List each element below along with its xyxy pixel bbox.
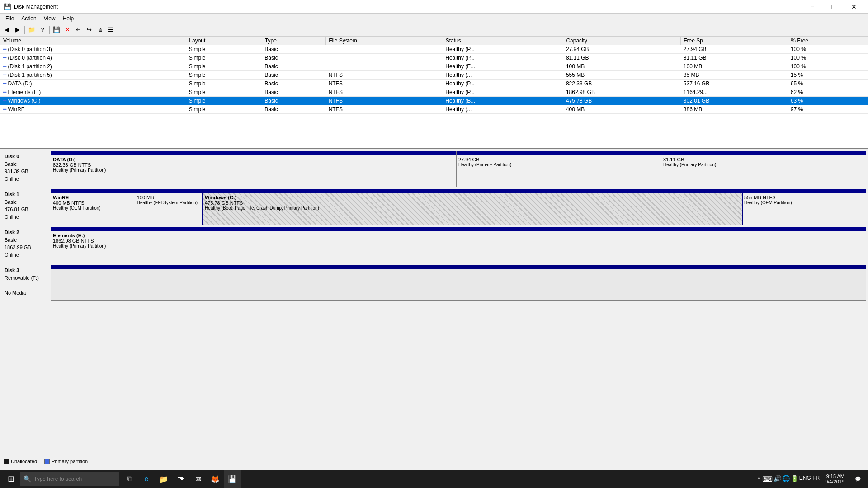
partition-name: WinRE	[53, 195, 133, 200]
disk-partition[interactable]: Elements (E:)1862.98 GB NTFSHealthy (Pri…	[51, 227, 866, 263]
disk-partition[interactable]: DATA (D:)822.33 GB NTFSHealthy (Primary …	[51, 151, 457, 187]
disk-label: Disk 1Basic476.81 GBOnline	[2, 189, 51, 225]
clock-date: 9/4/2019	[825, 479, 844, 484]
toolbar-save[interactable]: 💾	[52, 25, 61, 35]
taskbar-right: ▲ ⌨ 🔊 🌐 🔋 ENG FR 9:15 AM 9/4/2019 💬	[757, 470, 866, 488]
disk-partition[interactable]: 27.94 GBHealthy (Primary Partition)	[457, 151, 661, 187]
disk-row: Disk 0Basic931.39 GBOnlineDATA (D:)822.3…	[2, 151, 866, 187]
taskbar-clock[interactable]: 9:15 AM 9/4/2019	[821, 474, 848, 484]
toolbar-help[interactable]: ?	[38, 25, 47, 35]
partition-status: Healthy (Primary Partition)	[53, 244, 864, 249]
store-icon[interactable]: 🛍	[173, 470, 189, 488]
col-pct[interactable]: % Free	[788, 37, 868, 45]
toolbar-list-view[interactable]: ☰	[106, 25, 116, 35]
col-status[interactable]: Status	[443, 37, 563, 45]
toolbar-x[interactable]: ✕	[62, 25, 72, 35]
toolbar-back[interactable]: ◀	[2, 25, 12, 35]
menu-view[interactable]: View	[40, 14, 59, 23]
partition-status: Healthy (Primary Partition)	[663, 162, 864, 167]
maximize-button[interactable]: □	[823, 0, 844, 14]
toolbar: ◀ ▶ 📁 ? 💾 ✕ ↩ ↪ 🖥 ☰	[0, 23, 868, 36]
diskmgmt-icon[interactable]: 💾	[224, 470, 241, 488]
disk-partition[interactable]: Windows (C:)475.78 GB NTFSHealthy (Boot,…	[203, 189, 742, 225]
toolbar-disk-view[interactable]: 🖥	[95, 25, 105, 35]
legend-unalloc-label: Unallocated	[11, 459, 37, 464]
partition-status: Healthy (Primary Partition)	[458, 162, 659, 167]
toolbar-undo[interactable]: ↩	[73, 25, 83, 35]
taskbar: ⊞ 🔍 Type here to search ⧉ e 📁 🛍 ✉ 🦊 💾 ▲ …	[0, 470, 868, 488]
volume-table: Volume Layout Type File System Status Ca…	[0, 36, 868, 114]
legend-primary: Primary partition	[44, 459, 88, 464]
notification-button[interactable]: 💬	[850, 470, 866, 488]
legend: Unallocated Primary partition	[0, 452, 868, 470]
disk-partition[interactable]: 555 MB NTFSHealthy (OEM Partition)	[742, 189, 866, 225]
menu-action[interactable]: Action	[18, 14, 40, 23]
partition-size: 100 MB	[137, 195, 201, 200]
disk-row: Disk 1Basic476.81 GBOnlineWinRE400 MB NT…	[2, 189, 866, 225]
taskbar-search[interactable]: 🔍 Type here to search	[20, 472, 119, 486]
toolbar-forward[interactable]: ▶	[13, 25, 23, 35]
partition-status: Healthy (OEM Partition)	[53, 206, 133, 211]
table-row[interactable]: ━DATA (D:)SimpleBasicNTFSHealthy (P...82…	[0, 80, 868, 88]
toolbar-redo[interactable]: ↪	[84, 25, 94, 35]
partition-size: 400 MB NTFS	[53, 200, 133, 206]
app-title: Disk Management	[14, 4, 58, 10]
legend-primary-label: Primary partition	[52, 459, 88, 464]
minimize-button[interactable]: −	[802, 0, 823, 14]
table-row[interactable]: ━WinRESimpleBasicNTFSHealthy (...400 MB3…	[0, 105, 868, 114]
disk-partition[interactable]: WinRE400 MB NTFSHealthy (OEM Partition)	[51, 189, 135, 225]
menu-file[interactable]: File	[2, 14, 18, 23]
partition-size: 1862.98 GB NTFS	[53, 238, 864, 244]
partition-size: 27.94 GB	[458, 157, 659, 162]
disk-partition[interactable]: 100 MBHealthy (EFI System Partition)	[135, 189, 203, 225]
legend-unalloc-box	[4, 459, 9, 464]
mail-icon[interactable]: ✉	[190, 470, 206, 488]
disk-partitions: DATA (D:)822.33 GB NTFSHealthy (Primary …	[51, 151, 866, 187]
table-row[interactable]: ━(Disk 0 partition 3)SimpleBasicHealthy …	[0, 45, 868, 54]
disk-partitions: Elements (E:)1862.98 GB NTFSHealthy (Pri…	[51, 227, 866, 263]
col-type[interactable]: Type	[262, 37, 326, 45]
title-bar-controls: − □ ✕	[802, 0, 864, 14]
explorer-icon[interactable]: 📁	[156, 470, 172, 488]
partition-name: Elements (E:)	[53, 233, 864, 238]
table-row[interactable]: ━Windows (C:)SimpleBasicNTFSHealthy (B..…	[0, 97, 868, 105]
partition-status: Healthy (EFI System Partition)	[137, 200, 201, 205]
partition-status: Healthy (Primary Partition)	[53, 168, 454, 173]
partition-size: 822.33 GB NTFS	[53, 162, 454, 168]
disk-label: Disk 3Removable (F:)No Media	[2, 265, 51, 301]
clock-time: 9:15 AM	[825, 474, 844, 479]
taskview-icon[interactable]: ⧉	[121, 470, 137, 488]
firefox-icon[interactable]: 🦊	[207, 470, 223, 488]
system-tray: ▲ ⌨ 🔊 🌐 🔋 ENG FR	[757, 475, 820, 483]
table-row[interactable]: ━(Disk 1 partition 2)SimpleBasicHealthy …	[0, 62, 868, 71]
app-icon: 💾	[4, 3, 11, 10]
list-view: Volume Layout Type File System Status Ca…	[0, 36, 868, 149]
disk-partitions: WinRE400 MB NTFSHealthy (OEM Partition)1…	[51, 189, 866, 225]
edge-icon[interactable]: e	[138, 470, 155, 488]
col-capacity[interactable]: Capacity	[563, 37, 681, 45]
partition-name: DATA (D:)	[53, 157, 454, 162]
table-row[interactable]: ━(Disk 1 partition 5)SimpleBasicNTFSHeal…	[0, 71, 868, 80]
table-row[interactable]: ━Elements (E:)SimpleBasicNTFSHealthy (P.…	[0, 88, 868, 97]
partition-size: 555 MB NTFS	[744, 195, 864, 200]
table-row[interactable]: ━(Disk 0 partition 4)SimpleBasicHealthy …	[0, 54, 868, 62]
disk-partitions	[51, 265, 866, 301]
toolbar-folder[interactable]: 📁	[27, 25, 37, 35]
main-content: Volume Layout Type File System Status Ca…	[0, 36, 868, 470]
col-filesystem[interactable]: File System	[326, 37, 443, 45]
disk-row: Disk 2Basic1862.99 GBOnlineElements (E:)…	[2, 227, 866, 263]
legend-unallocated: Unallocated	[4, 459, 37, 464]
close-button[interactable]: ✕	[844, 0, 864, 14]
col-volume[interactable]: Volume	[0, 37, 186, 45]
disk-partition[interactable]: 81.11 GBHealthy (Primary Partition)	[661, 151, 866, 187]
col-freespace[interactable]: Free Sp...	[681, 37, 788, 45]
menu-bar: File Action View Help	[0, 14, 868, 23]
start-button[interactable]: ⊞	[2, 470, 20, 488]
col-layout[interactable]: Layout	[186, 37, 262, 45]
taskbar-pinned-icons: ⧉ e 📁 🛍 ✉ 🦊 💾	[121, 470, 241, 488]
partition-name: Windows (C:)	[205, 195, 740, 200]
partition-size: 475.78 GB NTFS	[205, 200, 740, 206]
menu-help[interactable]: Help	[59, 14, 78, 23]
partition-status: Healthy (OEM Partition)	[744, 200, 864, 205]
partition-size: 81.11 GB	[663, 157, 864, 162]
